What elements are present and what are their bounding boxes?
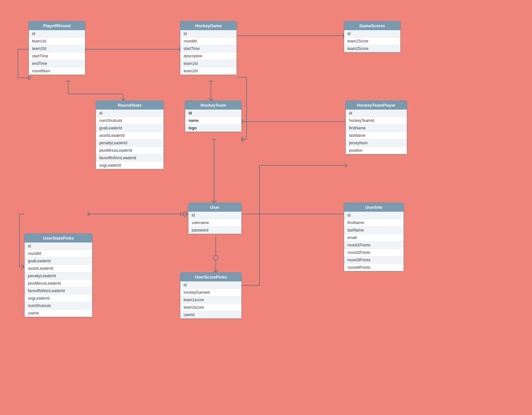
svg-line-62 — [345, 165, 347, 168]
svg-line-55 — [216, 270, 218, 272]
entity-header-user-info: UserInfo — [344, 203, 404, 212]
svg-line-31 — [212, 200, 214, 203]
entity-hockey-game: HockeyGame id roundId startTime descript… — [180, 21, 237, 75]
field-usp-penaltyleaderid: penaltyLeaderId — [25, 272, 92, 280]
field-hockey-game-description: description — [180, 53, 236, 60]
field-round-stats-numshutouts: numShutouts — [96, 117, 163, 124]
entity-header-user-stats-picks: UserStatsPicks — [25, 234, 92, 243]
field-usp-sogleaderid: sogLeaderId — [25, 295, 92, 302]
field-round-stats-assistleaderid: assistLeaderId — [96, 132, 163, 139]
svg-point-52 — [213, 255, 218, 260]
entity-header-game-scores: GameScores — [344, 21, 400, 30]
field-uscorep-team2score: team2score — [180, 304, 241, 311]
entity-header-user-score-picks: UserScorePicks — [180, 273, 241, 281]
entity-round-stats: RoundStats id numShutouts goalLeaderId a… — [96, 101, 164, 169]
svg-line-16 — [209, 98, 211, 101]
entity-header-round-stats: RoundStats — [96, 101, 163, 110]
entity-playoff-round: PlayoffRound id team1Id team2Id startTim… — [29, 21, 85, 75]
field-hockey-game-roundid: roundId — [180, 38, 236, 45]
field-round-stats-faceoffswonleaderid: faceoffsWonLeaderId — [96, 154, 163, 162]
field-playoff-round-id: id — [29, 30, 85, 38]
entity-header-playoff-round: PlayoffRound — [29, 21, 85, 30]
field-htp-firstname: firstName — [346, 124, 407, 132]
entity-header-hockey-team-player: HockeyTeamPlayer — [346, 101, 407, 110]
svg-line-32 — [214, 200, 216, 203]
field-htp-position: position — [346, 147, 407, 154]
field-hockey-game-starttime: startTime — [180, 45, 236, 53]
entity-user-stats-picks: UserStatsPicks id roundId goalLeaderId a… — [24, 233, 92, 317]
field-uscorep-id: id — [180, 281, 241, 289]
field-userinfo-round3points: round3Points — [344, 256, 404, 264]
field-game-scores-team2score: team2Score — [344, 45, 400, 52]
field-user-username: username — [188, 219, 241, 227]
field-playoff-round-starttime: startTime — [29, 53, 85, 60]
field-usp-faceoffswonleaderid: faceoffsWonLeaderId — [25, 287, 92, 295]
field-user-id: id — [188, 212, 241, 219]
field-usp-id: id — [25, 243, 92, 250]
svg-line-54 — [213, 270, 216, 272]
svg-line-23 — [242, 137, 244, 139]
field-uscorep-hockeygameid: hockeyGameId — [180, 289, 241, 296]
entity-header-hockey-team: HockeyTeam — [185, 101, 241, 110]
field-playoff-round-team2id: team2Id — [29, 45, 85, 53]
svg-line-67 — [29, 76, 31, 78]
field-userinfo-round2points: round2Points — [344, 249, 404, 256]
svg-point-36 — [183, 212, 187, 216]
field-usp-roundid: roundId — [25, 250, 92, 257]
field-game-scores-id: id — [344, 30, 400, 38]
entity-game-scores: GameScores id team1Score team2Score — [344, 21, 401, 53]
field-hockey-game-team2id: team2Id — [180, 67, 236, 75]
field-usp-assistleaderid: assistLeaderId — [25, 265, 92, 272]
field-hockey-team-id: id — [185, 110, 241, 117]
field-uscorep-team1score: team1score — [180, 296, 241, 304]
svg-line-17 — [211, 98, 213, 101]
field-round-stats-sogleaderid: sogLeaderId — [96, 162, 163, 169]
field-playoff-round-team1id: team1Id — [29, 38, 85, 45]
field-round-stats-penaltyleaderid: penaltyLeaderId — [96, 139, 163, 147]
entity-header-hockey-game: HockeyGame — [180, 21, 236, 30]
field-hockey-team-name: name — [185, 117, 241, 124]
field-usp-plusminusleaderid: plusMinusLeaderId — [25, 280, 92, 287]
field-userinfo-id: id — [344, 212, 404, 219]
field-userinfo-lastname: lastName — [344, 227, 404, 234]
field-playoff-round-endtime: endTime — [29, 60, 85, 67]
entity-user-info: UserInfo id firstName lastName email rou… — [344, 203, 404, 271]
svg-line-12 — [121, 98, 123, 101]
svg-line-40 — [87, 214, 89, 216]
field-htp-jerseynum: jerseyNum — [346, 139, 407, 147]
svg-line-39 — [87, 212, 89, 214]
field-htp-lastname: lastName — [346, 132, 407, 139]
field-round-stats-id: id — [96, 110, 163, 117]
field-htp-hockeyteamid: hockeyTeamId — [346, 117, 407, 124]
field-userinfo-email: email — [344, 234, 404, 242]
field-usp-goalleaderid: goalLeaderId — [25, 257, 92, 265]
field-userinfo-round1points: round1Points — [344, 242, 404, 249]
entity-hockey-team-player: HockeyTeamPlayer id hockeyTeamId firstNa… — [345, 101, 407, 154]
diagram-container: PlayoffRound id team1Id team2Id startTim… — [0, 0, 532, 415]
field-usp-userid: userId — [25, 310, 92, 317]
entity-header-user: User — [188, 203, 241, 212]
svg-line-45 — [21, 267, 24, 269]
entity-user-score-picks: UserScorePicks id hockeyGameId team1scor… — [180, 272, 242, 319]
svg-line-61 — [345, 163, 347, 165]
field-usp-numshutouts: numShutouts — [25, 302, 92, 310]
field-user-password: password — [188, 227, 241, 234]
field-hockey-game-id: id — [180, 30, 236, 38]
entity-hockey-team: HockeyTeam id name logo — [185, 101, 242, 132]
entity-user: User id username password — [188, 203, 242, 234]
field-userinfo-round4points: round4Points — [344, 264, 404, 271]
field-round-stats-goalleaderid: goalLeaderId — [96, 124, 163, 132]
svg-line-13 — [123, 98, 126, 101]
field-round-stats-plusminusleaderid: plusMinusLeaderId — [96, 147, 163, 154]
svg-line-44 — [21, 264, 24, 267]
svg-line-24 — [242, 139, 244, 142]
field-game-scores-team1score: team1Score — [344, 38, 400, 45]
field-userinfo-firstname: firstName — [344, 219, 404, 227]
field-hockey-game-team1id: team1Id — [180, 60, 236, 67]
field-playoff-round-roundnum: roundNum — [29, 67, 85, 75]
field-hockey-team-logo: logo — [185, 124, 241, 132]
field-htp-id: id — [346, 110, 407, 117]
field-uscorep-userid: userId — [180, 311, 241, 318]
svg-line-68 — [29, 78, 31, 80]
